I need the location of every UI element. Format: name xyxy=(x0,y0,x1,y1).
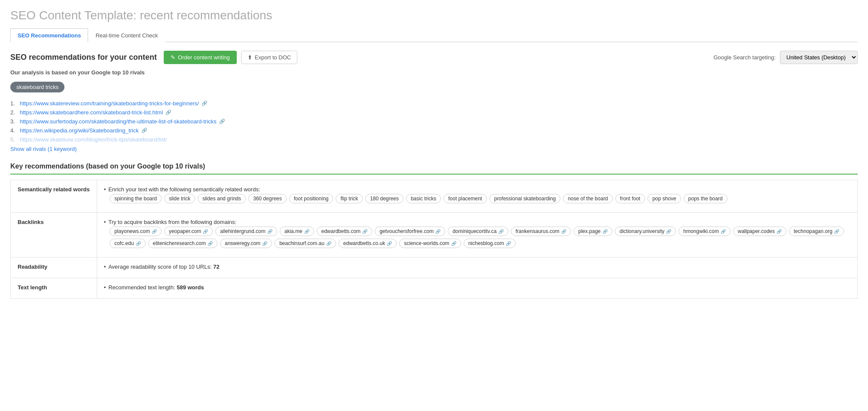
targeting-select[interactable]: United States (Desktop) xyxy=(780,51,858,64)
rivals-list: 1. https://www.skatereview.com/training/… xyxy=(10,100,858,143)
semantically-related-label: Semantically related words xyxy=(11,180,97,213)
backlink-tag: answeregy.com🔗 xyxy=(220,239,272,248)
toolbar-title: SEO recommendations for your content xyxy=(10,53,157,62)
external-link-icon[interactable]: 🔗 xyxy=(435,229,440,234)
external-link-icon[interactable]: 🔗 xyxy=(141,128,147,133)
readability-content: • Average readability score of top 10 UR… xyxy=(97,258,857,278)
tag: flip trick xyxy=(336,194,363,203)
external-link-icon[interactable]: 🔗 xyxy=(387,241,392,246)
tag: nose of the board xyxy=(563,194,612,203)
tag: 180 degrees xyxy=(365,194,403,203)
tag: foot positioning xyxy=(289,194,333,203)
tag: spinning the board xyxy=(110,194,162,203)
rival-link[interactable]: https://www.skatereview.com/training/ska… xyxy=(20,100,199,107)
text-length-label: Text length xyxy=(11,278,97,299)
tab-realtime-content-check[interactable]: Real-time Content Check xyxy=(88,28,165,42)
external-link-icon[interactable]: 🔗 xyxy=(304,229,309,234)
backlink-tag: getvouchersforfree.com🔗 xyxy=(375,227,445,236)
semantically-tags-container: spinning the board slide trick slides an… xyxy=(108,193,728,205)
backlink-tag: frankensaurus.com🔗 xyxy=(511,227,571,236)
external-link-icon[interactable]: 🔗 xyxy=(326,241,331,246)
edit-icon: ✎ xyxy=(171,54,175,61)
readability-row: Readability • Average readability score … xyxy=(11,258,858,278)
external-link-icon[interactable]: 🔗 xyxy=(202,101,208,106)
external-link-icon[interactable]: 🔗 xyxy=(721,229,726,234)
external-link-icon[interactable]: 🔗 xyxy=(208,241,213,246)
readability-score: 72 xyxy=(213,264,219,270)
tag: foot placement xyxy=(443,194,487,203)
backlinks-label: Backlinks xyxy=(11,213,97,258)
analysis-note: Our analysis is based on your Google top… xyxy=(10,69,858,76)
rival-item: 5. https://www.skateluxe.com/blog/en/tri… xyxy=(10,136,858,143)
readability-label: Readability xyxy=(11,258,97,278)
external-link-icon[interactable]: 🔗 xyxy=(561,229,566,234)
external-link-icon[interactable]: 🔗 xyxy=(834,229,839,234)
google-targeting-container: Google Search targeting: United States (… xyxy=(713,51,858,64)
external-link-icon[interactable]: 🔗 xyxy=(152,229,157,234)
backlink-tag: wallpaper.codes🔗 xyxy=(733,227,786,236)
tag: slides and grinds xyxy=(198,194,246,203)
rival-item: 3. https://www.surfertoday.com/skateboar… xyxy=(10,118,858,125)
backlink-tag: elitenicheresearch.com🔗 xyxy=(148,239,217,248)
external-link-icon[interactable]: 🔗 xyxy=(136,241,141,246)
text-length-value: 589 words xyxy=(177,284,204,291)
external-link-icon[interactable]: 🔗 xyxy=(776,229,782,234)
external-link-icon[interactable]: 🔗 xyxy=(602,229,608,234)
toolbar: SEO recommendations for your content ✎ O… xyxy=(10,51,858,64)
show-all-rivals-link[interactable]: Show all rivals (1 keyword) xyxy=(10,146,77,152)
backlink-tag: allehintergrund.com🔗 xyxy=(215,227,277,236)
backlink-tag: beachinsurf.com.au🔗 xyxy=(275,239,336,248)
readability-text: Average readability score of top 10 URLs… xyxy=(108,264,220,270)
backlinks-intro: Try to acquire backlinks from the follow… xyxy=(108,219,236,225)
external-link-icon[interactable]: 🔗 xyxy=(498,229,504,234)
backlink-tag: edwardbetts.com🔗 xyxy=(317,227,372,236)
text-length-row: Text length • Recommended text length: 5… xyxy=(11,278,858,299)
backlink-tag: technopagan.org🔗 xyxy=(789,227,844,236)
backlink-tag: edwardbetts.co.uk🔗 xyxy=(339,239,397,248)
keyword-badge: skateboard tricks xyxy=(10,82,64,92)
backlink-tag: nichesblog.com🔗 xyxy=(464,239,516,248)
external-link-icon[interactable]: 🔗 xyxy=(219,119,225,124)
text-length-text: Recommended text length: 589 words xyxy=(108,284,204,291)
tag: slide trick xyxy=(164,194,195,203)
text-length-content: • Recommended text length: 589 words xyxy=(97,278,857,299)
tag: 360 degrees xyxy=(248,194,287,203)
backlink-tag: science-worlds.com🔗 xyxy=(399,239,461,248)
backlinks-tags-container: playonews.com🔗 yeopaper.com🔗 allehinterg… xyxy=(108,225,850,249)
order-content-writing-button[interactable]: ✎ Order content writing xyxy=(164,51,237,64)
page-title: SEO Content Template: recent recommendat… xyxy=(10,9,858,22)
rival-link[interactable]: https://www.skateboardhere.com/skateboar… xyxy=(20,109,163,116)
rival-item: 4. https://en.wikipedia.org/wiki/Skatebo… xyxy=(10,127,858,134)
semantically-intro: Enrich your text with the following sema… xyxy=(108,186,260,193)
rival-link[interactable]: https://www.skateluxe.com/blog/en/trick-… xyxy=(20,136,167,143)
semantically-related-content: • Enrich your text with the following se… xyxy=(97,180,857,213)
tabs-container: SEO Recommendations Real-time Content Ch… xyxy=(10,28,858,42)
backlinks-content: • Try to acquire backlinks from the foll… xyxy=(97,213,857,258)
external-link-icon[interactable]: 🔗 xyxy=(362,229,367,234)
tag: front foot xyxy=(615,194,645,203)
export-to-doc-button[interactable]: ⬆ Export to DOC xyxy=(241,51,298,64)
external-link-icon[interactable]: 🔗 xyxy=(267,229,272,234)
external-link-icon[interactable]: 🔗 xyxy=(451,241,456,246)
tab-seo-recommendations[interactable]: SEO Recommendations xyxy=(10,28,88,42)
external-link-icon[interactable]: 🔗 xyxy=(262,241,267,246)
tag: basic tricks xyxy=(406,194,441,203)
external-link-icon[interactable]: 🔗 xyxy=(666,229,671,234)
tag: pops the board xyxy=(684,194,727,203)
backlink-tag: plex.page🔗 xyxy=(574,227,612,236)
backlink-tag: yeopaper.com🔗 xyxy=(164,227,213,236)
backlink-tag: hmongwiki.com🔗 xyxy=(679,227,730,236)
semantically-related-row: Semantically related words • Enrich your… xyxy=(11,180,858,213)
rival-link[interactable]: https://en.wikipedia.org/wiki/Skateboard… xyxy=(20,127,139,134)
backlink-tag: dominiquecortitv.ca🔗 xyxy=(448,227,508,236)
rival-item: 2. https://www.skateboardhere.com/skateb… xyxy=(10,109,858,116)
targeting-label: Google Search targeting: xyxy=(713,54,776,61)
key-recommendations-title: Key recommendations (based on your Googl… xyxy=(10,163,858,175)
backlink-tag: akia.me🔗 xyxy=(280,227,314,236)
external-link-icon[interactable]: 🔗 xyxy=(506,241,511,246)
backlink-tag: playonews.com🔗 xyxy=(110,227,162,236)
tag: professional skateboarding xyxy=(489,194,560,203)
external-link-icon[interactable]: 🔗 xyxy=(203,229,208,234)
rival-link[interactable]: https://www.surfertoday.com/skateboardin… xyxy=(20,118,217,125)
external-link-icon[interactable]: 🔗 xyxy=(165,110,171,115)
